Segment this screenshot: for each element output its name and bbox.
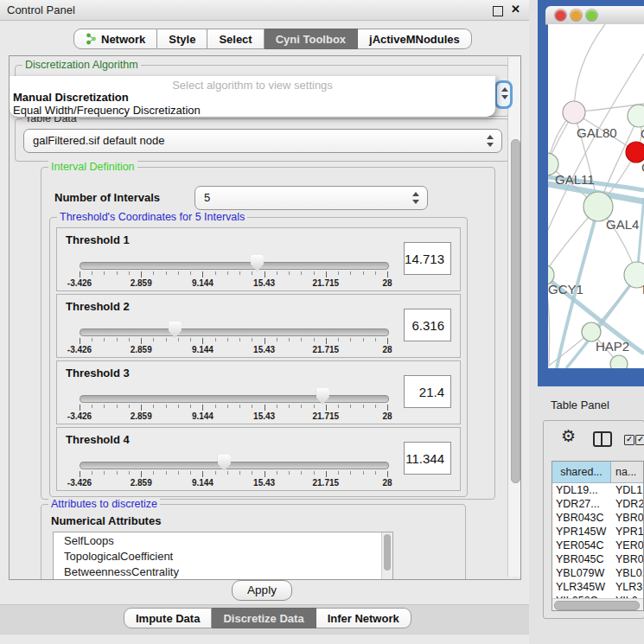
tick-label: 2.859 [131, 478, 152, 488]
tick-label: 28 [382, 345, 392, 354]
tick-mark [190, 338, 191, 341]
tick-mark [326, 271, 327, 277]
network-graph: GAL80GCGAL11GAL4GCY1HHAP2 [548, 24, 644, 368]
tick-label: 15.43 [253, 478, 275, 488]
popup-item-manual-discretization[interactable]: Manual Discretization [13, 91, 129, 104]
tick-mark [387, 405, 388, 411]
tab-style[interactable]: Style [157, 29, 207, 49]
tick-mark [265, 405, 265, 411]
zoom-traffic-light-icon[interactable] [586, 10, 597, 21]
slider-track[interactable] [80, 462, 389, 469]
apply-button[interactable]: Apply [232, 580, 292, 601]
tick-mark [338, 271, 339, 275]
slider-track[interactable] [80, 395, 389, 403]
num-intervals-value: 5 [204, 191, 210, 204]
table-row[interactable]: YBR043CYBR0... [552, 511, 643, 525]
threshold-value-field[interactable]: 11.344 [404, 442, 451, 475]
network-node[interactable] [610, 355, 628, 368]
table-row[interactable]: YLR345WYLR3... [552, 580, 643, 594]
network-view-canvas[interactable]: GAL80GCGAL11GAL4GCY1HHAP2 [548, 24, 644, 368]
table-rows: YDL19...YDL1...YDR27...YDR2...YBR043CYBR… [552, 483, 643, 608]
table-scrollbar-thumb[interactable] [554, 601, 640, 610]
tab-infer-network[interactable]: Infer Network [316, 608, 411, 628]
numerical-attributes-label: Numerical Attributes [51, 514, 161, 527]
table-row[interactable]: YER054CYER0... [552, 539, 643, 552]
tick-label: -3.426 [67, 411, 92, 421]
attribute-item-topologicalcoefficient[interactable]: TopologicalCoefficient [54, 548, 392, 564]
tab-select[interactable]: Select [207, 29, 264, 49]
threshold-value-field[interactable]: 6.316 [404, 309, 451, 341]
minimize-traffic-light-icon[interactable] [571, 10, 582, 21]
tick-mark [289, 271, 290, 275]
network-node[interactable] [628, 105, 644, 127]
attributes-scrollbar[interactable] [381, 532, 392, 580]
tab-jactivemnodules[interactable]: jActiveMNodules [358, 29, 472, 49]
network-node[interactable] [624, 262, 644, 288]
tick-mark [301, 405, 302, 408]
table-row[interactable]: YDL19...YDL1... [552, 483, 643, 497]
tick-mark [375, 471, 376, 475]
tick-mark [166, 338, 167, 341]
tab-impute-data[interactable]: Impute Data [124, 608, 212, 628]
numerical-attributes-list[interactable]: SelfLoopsTopologicalCoefficientBetweenne… [53, 532, 393, 580]
table-row[interactable]: YPR145WYPR1... [552, 525, 643, 539]
checkbox-icon[interactable]: ✓ [624, 435, 634, 445]
threshold-value-field[interactable]: 21.4 [404, 375, 451, 408]
tick-mark [129, 471, 130, 475]
tick-label: 9.144 [192, 345, 214, 354]
network-node[interactable] [563, 101, 585, 124]
algorithm-dropdown-popup: Select algorithm to view settings Manual… [10, 76, 495, 117]
tick-mark [104, 471, 105, 475]
table-row[interactable]: YDR27...YDR2... [552, 497, 643, 511]
slider-track[interactable] [80, 328, 389, 336]
gear-icon[interactable]: ⚙ [561, 426, 576, 445]
tab-discretize-data[interactable]: Discretize Data [212, 608, 316, 628]
tab-network[interactable]: Network [73, 29, 157, 49]
algorithm-combobox[interactable] [494, 80, 513, 109]
tick-label: 2.859 [131, 411, 152, 421]
network-edge[interactable] [574, 24, 605, 112]
tick-mark [387, 338, 388, 344]
node-attribute-table[interactable]: shared...na... YDL19...YDL1...YDR27...YD… [552, 461, 644, 611]
tick-label: 15.43 [253, 411, 275, 421]
table-row[interactable]: YBR045CYBR0... [552, 552, 643, 566]
close-traffic-light-icon[interactable] [555, 10, 566, 21]
slider-track[interactable] [80, 262, 389, 270]
float-window-icon[interactable] [493, 6, 503, 16]
tick-mark [190, 271, 191, 275]
tick-mark [363, 471, 364, 475]
tick-mark [289, 338, 290, 341]
tick-mark [252, 338, 252, 341]
attribute-item-betweennesscentrality[interactable]: BetweennessCentrality [54, 564, 392, 579]
panel-scrollbar[interactable] [507, 57, 520, 577]
tick-mark [277, 271, 277, 275]
tick-mark [375, 271, 376, 275]
num-intervals-combobox[interactable]: 5 [194, 186, 428, 210]
table-cell: YPR145W [552, 525, 610, 539]
tick-mark [338, 471, 339, 475]
close-icon[interactable]: ✕ [511, 3, 520, 16]
table-row[interactable]: YBL079WYBL0... [552, 566, 643, 580]
tick-mark [104, 338, 105, 341]
table-data-combobox[interactable]: galFiltered.sif default node [23, 129, 502, 153]
threshold-coordinates-title: Threshold's Coordinates for 5 Intervals [57, 211, 247, 223]
table-horizontal-scrollbar[interactable] [552, 598, 643, 610]
attribute-item-selfloops[interactable]: SelfLoops [54, 532, 392, 548]
tick-mark [350, 471, 351, 475]
table-cell: YER0... [610, 539, 643, 552]
tick-mark [289, 471, 290, 475]
interval-definition-title: Interval Definition [48, 161, 137, 173]
table-header-row: shared...na... [552, 462, 643, 483]
threshold-value-field[interactable]: 14.713 [404, 242, 451, 275]
split-view-icon[interactable] [593, 431, 612, 447]
column-header-1[interactable]: shared... [552, 462, 611, 482]
checkbox-icon[interactable]: ✓ [635, 435, 644, 445]
tick-mark [375, 405, 376, 408]
tick-labels: -3.4262.8599.14415.4321.71528 [80, 411, 387, 421]
popup-item-equal-width-frequency-discretization[interactable]: Equal Width/Frequency Discretization [13, 104, 201, 117]
panel-scrollbar-thumb[interactable] [511, 139, 520, 483]
threshold-label: Threshold 1 [66, 233, 130, 246]
tab-cyni-toolbox[interactable]: Cyni Toolbox [265, 29, 358, 49]
column-header-2[interactable]: na... [611, 462, 643, 482]
tick-mark [178, 271, 179, 275]
